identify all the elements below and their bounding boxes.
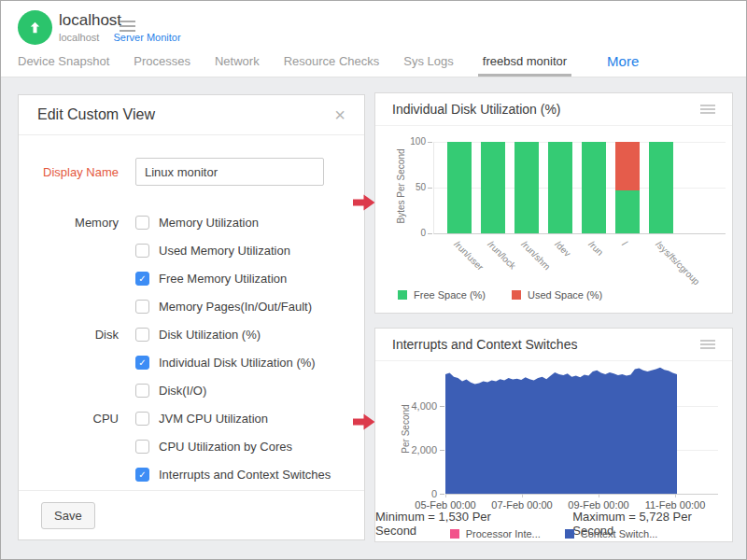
y-tick-label: 50 xyxy=(375,182,426,192)
x-tick-mark xyxy=(675,494,676,497)
chart-legend: Free Space (%)Used Space (%) xyxy=(398,289,602,301)
tab-resource-checks[interactable]: Resource Checks xyxy=(284,54,380,77)
legend-item: Context Switch... xyxy=(565,528,658,539)
bar-free-space xyxy=(615,190,640,233)
x-tick-mark xyxy=(522,494,523,497)
y-tick-label: 100 xyxy=(375,136,426,147)
panel-header: Interrupts and Context Switches xyxy=(375,329,732,361)
legend-item: Used Space (%) xyxy=(512,289,602,301)
y-tick-mark xyxy=(440,494,444,495)
bar-free-space xyxy=(514,142,539,233)
category-label: Disk xyxy=(41,328,119,342)
tab-device-snapshot[interactable]: Device Snapshot xyxy=(18,54,109,77)
chart-legend: Processor Inte...Context Switch... xyxy=(375,528,732,539)
checkbox-label: CPU Utilization by Cores xyxy=(159,440,292,454)
display-name-label: Display Name xyxy=(41,165,119,179)
y-tick-mark xyxy=(428,142,432,143)
checkbox-row: ✓Interrupts and Context Switches xyxy=(41,460,342,488)
checkbox-row: ✓Free Memory Utilization xyxy=(41,264,342,292)
y-tick-label: 0 xyxy=(375,488,437,499)
legend-item: Free Space (%) xyxy=(398,289,486,301)
tab-freebsd-monitor[interactable]: freebsd monitor xyxy=(478,54,571,77)
x-tick-label: /run/user xyxy=(452,239,486,273)
checkbox-label: Free Memory Utilization xyxy=(159,272,287,286)
legend-label: Used Space (%) xyxy=(528,289,602,301)
legend-label: Processor Inte... xyxy=(466,528,541,539)
dialog-body: Display Name MemoryMemory UtilizationUse… xyxy=(19,135,364,488)
gridline xyxy=(434,142,726,143)
breadcrumb-host: localhost xyxy=(59,32,99,43)
checkbox-row: Disk(I/O) xyxy=(41,376,342,404)
checkbox-label: JVM CPU Utilization xyxy=(159,412,268,426)
legend-swatch xyxy=(398,290,407,300)
x-tick-mark xyxy=(445,494,446,497)
breadcrumb: localhost Server Monitor xyxy=(59,32,181,43)
y-tick-label: 2,000 xyxy=(375,444,437,455)
checkbox-checked[interactable]: ✓ xyxy=(135,468,149,482)
y-tick-mark xyxy=(428,188,432,189)
checkbox-label: Memory Pages(In/Out/Fault) xyxy=(159,300,312,314)
display-name-input[interactable] xyxy=(135,158,324,186)
checkbox-unchecked[interactable] xyxy=(135,384,149,398)
x-tick-label: /run/lock xyxy=(486,239,518,272)
breadcrumb-link[interactable]: Server Monitor xyxy=(113,32,180,43)
close-icon[interactable]: × xyxy=(334,105,345,124)
checkbox-row: MemoryMemory Utilization xyxy=(41,208,342,236)
category-label: Memory xyxy=(41,216,119,230)
chart-menu-icon[interactable] xyxy=(700,103,715,116)
tab-network[interactable]: Network xyxy=(215,54,260,77)
disk-utilization-panel: Individual Disk Utilization (%) Bytes Pe… xyxy=(374,92,733,314)
server-monitor-page: localhost localhost Server Monitor Devic… xyxy=(0,0,747,560)
arrow-right-icon xyxy=(353,413,375,430)
bar-free-space xyxy=(649,142,673,233)
interrupts-chart-plot: 05-Feb 00:0007-Feb 00:0009-Feb 00:0011-F… xyxy=(445,366,718,495)
x-tick-label: / xyxy=(620,239,629,248)
dialog-header: Edit Custom View × xyxy=(19,95,364,135)
x-tick-mark xyxy=(599,494,599,497)
disk-chart-plot: /run/user/run/lock/run/shm/dev/run//sys/… xyxy=(433,142,726,234)
checkbox-unchecked[interactable] xyxy=(135,328,149,342)
checkbox-unchecked[interactable] xyxy=(135,216,149,230)
checkbox-unchecked[interactable] xyxy=(135,300,149,314)
bar-used-space xyxy=(615,142,640,190)
category-label: CPU xyxy=(41,412,119,426)
checkbox-checked[interactable]: ✓ xyxy=(135,356,149,370)
tab-more[interactable]: More xyxy=(607,53,639,77)
legend-item: Processor Inte... xyxy=(450,528,541,539)
legend-swatch xyxy=(450,529,459,539)
checkbox-row: Memory Pages(In/Out/Fault) xyxy=(41,292,342,320)
tab-processes[interactable]: Processes xyxy=(134,54,190,77)
chart-title: Interrupts and Context Switches xyxy=(392,337,577,352)
checkbox-label: Disk Utilization (%) xyxy=(159,328,261,342)
chart-title: Individual Disk Utilization (%) xyxy=(392,102,561,117)
save-button[interactable]: Save xyxy=(41,502,95,529)
legend-label: Free Space (%) xyxy=(414,289,486,301)
chart-menu-icon[interactable] xyxy=(700,338,715,351)
page-title: localhost xyxy=(59,11,121,30)
checkbox-label: Memory Utilization xyxy=(159,216,259,230)
x-tick-label: /sys/fs/cgroup xyxy=(654,239,701,287)
x-tick-label: /run xyxy=(586,239,605,258)
x-tick-label: /run/shm xyxy=(519,239,552,272)
checkbox-checked[interactable]: ✓ xyxy=(135,272,149,286)
monitor-status-icon xyxy=(18,10,52,45)
arrow-up-icon xyxy=(27,20,43,35)
legend-label: Context Switch... xyxy=(581,528,658,539)
checkbox-label: Individual Disk Utilization (%) xyxy=(159,356,316,370)
y-tick-mark xyxy=(440,406,444,407)
checkbox-unchecked[interactable] xyxy=(135,440,149,454)
dialog-title: Edit Custom View xyxy=(37,106,155,123)
checkbox-row: DiskDisk Utilization (%) xyxy=(41,320,342,348)
gridline xyxy=(434,188,726,189)
tab-sys-logs[interactable]: Sys Logs xyxy=(403,54,453,77)
panel-header: Individual Disk Utilization (%) xyxy=(375,93,732,126)
checkbox-label: Disk(I/O) xyxy=(159,384,206,398)
checkbox-unchecked[interactable] xyxy=(135,244,149,258)
display-name-row: Display Name xyxy=(41,158,342,186)
y-tick-mark xyxy=(440,450,444,451)
checkbox-label: Interrupts and Context Switches xyxy=(159,468,331,482)
checkbox-row: CPU Utilization by Cores xyxy=(41,432,342,460)
checkbox-unchecked[interactable] xyxy=(135,412,149,426)
bar-free-space xyxy=(548,142,572,233)
interrupts-panel: Interrupts and Context Switches Per Seco… xyxy=(374,328,733,542)
